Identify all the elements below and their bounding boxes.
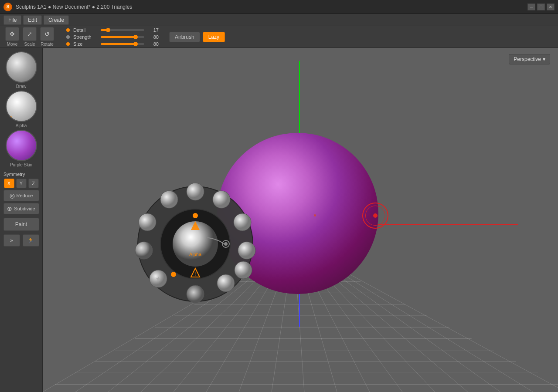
size-value: 80 xyxy=(148,41,159,47)
reduce-icon: ◎ xyxy=(10,192,15,199)
title-text: Sculptris 1A1 ● New Document* ● 2,200 Tr… xyxy=(16,4,132,10)
paint-button[interactable]: Paint xyxy=(3,218,39,231)
left-panel: Draw Alpha Purple Skin Symmetry X Y Z ◎ … xyxy=(0,48,43,392)
strength-label: Strength xyxy=(73,34,97,40)
bottom-icons: » 🏃 xyxy=(3,234,39,247)
size-track[interactable] xyxy=(101,43,144,45)
app-logo: S xyxy=(3,3,12,11)
viewport-background xyxy=(43,48,558,392)
create-menu[interactable]: Create xyxy=(44,15,69,25)
size-dot xyxy=(66,42,70,46)
alpha-dot xyxy=(8,116,12,119)
strength-track[interactable] xyxy=(101,36,144,38)
detail-dot xyxy=(66,28,70,32)
alpha-sphere xyxy=(6,91,37,122)
title-bar: S Sculptris 1A1 ● New Document* ● 2,200 … xyxy=(0,0,558,14)
reduce-button[interactable]: ◎ Reduce xyxy=(3,190,39,201)
menu-bar: File Edit Create xyxy=(0,14,558,26)
size-thumb xyxy=(133,42,138,46)
detail-label: Detail xyxy=(73,27,97,33)
title-buttons: ─ □ ✕ xyxy=(527,3,555,10)
subdivide-button[interactable]: ⊕ Subdivide xyxy=(3,203,39,214)
edit-menu[interactable]: Edit xyxy=(23,15,42,25)
rotate-icon: ↺ xyxy=(40,27,54,41)
file-menu[interactable]: File xyxy=(3,15,21,25)
symmetry-buttons: X Y Z xyxy=(4,179,39,188)
rotate-label: Rotate xyxy=(41,42,53,47)
draw-label: Draw xyxy=(16,84,26,89)
brush-draw[interactable]: Draw xyxy=(3,51,39,89)
airbrush-button[interactable]: Airbrush xyxy=(169,32,200,42)
sym-y-button[interactable]: Y xyxy=(16,179,27,188)
strength-fill xyxy=(101,36,136,38)
move-label: Move xyxy=(7,42,17,47)
strength-value: 80 xyxy=(148,34,159,40)
scale-icon: ⤢ xyxy=(23,27,37,41)
detail-slider-row: Detail 17 xyxy=(66,27,159,33)
restore-button[interactable]: □ xyxy=(537,3,545,10)
rotate-tool[interactable]: ↺ Rotate xyxy=(40,27,54,47)
alpha-label: Alpha xyxy=(16,123,27,128)
minimize-button[interactable]: ─ xyxy=(527,3,535,10)
strength-slider-row: Strength 80 xyxy=(66,34,159,40)
buttons-group: Airbrush Lazy xyxy=(169,32,225,42)
size-fill xyxy=(101,43,136,45)
tools-group: ✥ Move ⤢ Scale ↺ Rotate xyxy=(5,27,54,47)
brush-alpha[interactable]: Alpha xyxy=(3,91,39,128)
strength-dot xyxy=(66,35,70,39)
figure-button[interactable]: 🏃 xyxy=(23,234,39,247)
expand-icon: » xyxy=(10,237,13,243)
toolbar: ✥ Move ⤢ Scale ↺ Rotate Detail 17 Streng… xyxy=(0,26,558,48)
draw-sphere xyxy=(6,51,37,83)
perspective-button[interactable]: Perspective ▾ xyxy=(509,54,550,64)
brush-purple-skin[interactable]: Purple Skin xyxy=(3,130,39,167)
move-tool[interactable]: ✥ Move xyxy=(5,27,19,47)
sliders-group: Detail 17 Strength 80 Size 80 xyxy=(66,27,159,47)
purple-sphere xyxy=(6,130,37,161)
strength-thumb xyxy=(133,35,138,39)
size-slider-row: Size 80 xyxy=(66,41,159,47)
close-button[interactable]: ✕ xyxy=(547,3,555,10)
scale-tool[interactable]: ⤢ Scale xyxy=(23,27,37,47)
expand-button[interactable]: » xyxy=(3,234,20,247)
detail-value: 17 xyxy=(148,27,159,33)
main-area: Draw Alpha Purple Skin Symmetry X Y Z ◎ … xyxy=(0,48,558,392)
detail-thumb xyxy=(106,28,110,32)
viewport[interactable]: Perspective ▾ xyxy=(43,48,558,392)
symmetry-title: Symmetry xyxy=(2,172,25,177)
sym-z-button[interactable]: Z xyxy=(28,179,39,188)
detail-track[interactable] xyxy=(101,29,144,31)
lazy-button[interactable]: Lazy xyxy=(203,32,225,42)
scale-label: Scale xyxy=(24,42,35,47)
purple-skin-label: Purple Skin xyxy=(10,162,32,167)
sym-x-button[interactable]: X xyxy=(4,179,14,188)
perspective-arrow-icon: ▾ xyxy=(543,56,545,62)
subdivide-icon: ⊕ xyxy=(7,205,12,212)
figure-icon: 🏃 xyxy=(27,237,34,243)
size-label: Size xyxy=(73,41,97,47)
move-icon: ✥ xyxy=(5,27,19,41)
